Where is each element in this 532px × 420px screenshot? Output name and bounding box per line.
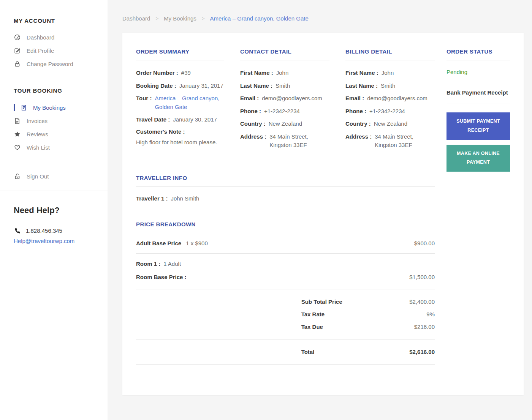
field-label: Tour : xyxy=(136,94,152,111)
page: MY ACCOUNT Dashboard Edit Profile Change… xyxy=(0,0,532,420)
billing-email-row: Email : demo@goodlayers.com xyxy=(345,94,435,103)
booking-date-row: Booking Date : January 31, 2017 xyxy=(136,82,224,90)
sidebar-divider xyxy=(0,162,108,162)
field-label: Room 1 : xyxy=(136,260,160,268)
field-value: #39 xyxy=(181,69,191,77)
unlock-icon xyxy=(14,173,21,180)
field-label: Phone : xyxy=(345,107,366,116)
active-indicator xyxy=(14,104,15,111)
breadcrumb-dashboard[interactable]: Dashboard xyxy=(122,15,150,22)
field-label: First Name : xyxy=(345,69,378,77)
sidebar-item-reviews[interactable]: Reviews xyxy=(14,128,97,141)
field-value: January 30, 2017 xyxy=(173,115,217,124)
field-value: Smith xyxy=(276,82,290,90)
sidebar-item-invoices[interactable]: Invoices xyxy=(14,114,97,128)
billing-address-row: Address : 34 Main Street, Kingston 33EF xyxy=(345,133,435,150)
sidebar-item-label: Edit Profile xyxy=(27,47,54,54)
bank-payment-receipt-label: Bank Payment Receipt xyxy=(446,89,510,104)
totals-block: Sub Total Price $2,400.00 Tax Rate 9% Ta… xyxy=(136,289,435,339)
sidebar-item-my-bookings[interactable]: My Bookings xyxy=(14,101,97,114)
field-label: Address : xyxy=(345,133,372,150)
sidebar-item-label: My Bookings xyxy=(33,104,66,111)
field-value: John xyxy=(382,69,394,77)
make-online-payment-button[interactable]: MAKE AN ONLINE PAYMENT xyxy=(446,145,510,172)
sidebar: MY ACCOUNT Dashboard Edit Profile Change… xyxy=(0,0,108,420)
traveller-info-section: TRAVELLER INFO Traveller 1 : John Smith xyxy=(136,175,435,203)
sidebar-item-wish-list[interactable]: Wish List xyxy=(14,141,97,154)
sidebar-item-label: Sign Out xyxy=(27,173,49,180)
field-label: Travel Date : xyxy=(136,115,170,124)
totals-value: 9% xyxy=(426,311,435,317)
contact-first-name-row: First Name : John xyxy=(240,69,329,77)
field-value: John xyxy=(276,69,289,77)
contact-phone-row: Phone : +1-2342-2234 xyxy=(240,107,329,116)
billing-detail-title: BILLING DETAIL xyxy=(345,48,435,60)
traveller-row: Traveller 1 : John Smith xyxy=(136,194,435,203)
edit-icon xyxy=(14,47,21,54)
bookings-icon xyxy=(20,104,27,111)
contact-detail-section: CONTACT DETAIL First Name : John Last Na… xyxy=(240,48,329,154)
breadcrumb-my-bookings[interactable]: My Bookings xyxy=(164,15,196,22)
submit-payment-receipt-button[interactable]: SUBMIT PAYMENT RECEIPT xyxy=(446,112,510,140)
order-summary-title: ORDER SUMMARY xyxy=(136,48,224,60)
field-value: +1-2342-2234 xyxy=(369,107,405,116)
price-item-detail: 1 x $900 xyxy=(186,240,208,246)
contact-address-row: Address : 34 Main Street, Kingston 33EF xyxy=(240,133,329,150)
tour-link[interactable]: America – Grand canyon, Golden Gate xyxy=(155,94,224,111)
need-help-heading: Need Help? xyxy=(14,205,97,215)
invoice-icon xyxy=(14,118,21,124)
field-value: demo@goodlayers.com xyxy=(367,94,428,103)
price-breakdown-title: PRICE BREAKDOWN xyxy=(136,221,435,233)
tour-row: Tour : America – Grand canyon, Golden Ga… xyxy=(136,94,224,111)
sidebar-item-sign-out[interactable]: Sign Out xyxy=(14,170,97,183)
sidebar-divider xyxy=(0,191,108,191)
room-row: Room 1 : 1 Adult xyxy=(136,260,435,268)
breadcrumb-separator: > xyxy=(155,16,158,21)
totals-value: $2,400.00 xyxy=(409,298,435,305)
contact-last-name-row: Last Name : Smith xyxy=(240,82,329,90)
grand-total-value: $2,616.00 xyxy=(409,349,435,355)
main-content: Dashboard > My Bookings > America – Gran… xyxy=(108,0,532,420)
field-value: January 31, 2017 xyxy=(179,82,223,90)
sidebar-item-label: Change Password xyxy=(27,61,73,67)
breadcrumb-separator: > xyxy=(202,16,205,21)
sidebar-item-label: Wish List xyxy=(27,144,50,151)
field-label: Country : xyxy=(240,120,266,128)
field-label: Phone : xyxy=(240,107,261,116)
star-icon xyxy=(14,131,21,137)
contact-detail-title: CONTACT DETAIL xyxy=(240,48,329,60)
field-label: Last Name : xyxy=(240,82,272,90)
grand-total-row: Total $2,616.00 xyxy=(136,339,435,365)
contact-email-row: Email : demo@goodlayers.com xyxy=(240,94,329,103)
detail-columns: ORDER SUMMARY Order Number : #39 Booking… xyxy=(136,48,435,154)
help-email-link[interactable]: Help@traveltourwp.com xyxy=(14,238,74,244)
lock-icon xyxy=(14,61,21,67)
sidebar-item-change-password[interactable]: Change Password xyxy=(14,57,97,71)
totals-value: $216.00 xyxy=(414,324,435,330)
breadcrumb-current-page: America – Grand canyon, Golden Gate xyxy=(210,15,308,22)
totals-label: Tax Rate xyxy=(301,311,325,317)
price-breakdown-section: PRICE BREAKDOWN Adult Base Price 1 x $90… xyxy=(136,221,435,365)
price-item-label: Adult Base Price xyxy=(136,240,181,246)
sidebar-item-label: Dashboard xyxy=(27,34,54,41)
field-value: 34 Main Street, Kingston 33EF xyxy=(375,133,435,150)
room-block: Room 1 : 1 Adult Room Base Price : $1,50… xyxy=(136,254,435,289)
order-number-row: Order Number : #39 xyxy=(136,69,224,77)
travel-date-row: Travel Date : January 30, 2017 xyxy=(136,115,224,124)
field-value: New Zealand xyxy=(269,120,302,128)
sidebar-item-edit-profile[interactable]: Edit Profile xyxy=(14,44,97,57)
field-value: Smith xyxy=(381,82,395,90)
field-label: Room Base Price : xyxy=(136,273,187,282)
order-status-title: ORDER STATUS xyxy=(446,48,510,60)
field-label: Address : xyxy=(240,133,266,150)
billing-country-row: Country : New Zealand xyxy=(345,120,435,128)
phone-icon xyxy=(14,228,21,234)
field-value: New Zealand xyxy=(374,120,407,128)
field-label: Order Number : xyxy=(136,69,178,77)
need-help-block: Need Help? 1.828.456.345 Help@traveltour… xyxy=(0,205,108,245)
help-phone-number: 1.828.456.345 xyxy=(26,227,62,234)
room-base-price-row: Room Base Price : $1,500.00 xyxy=(136,273,435,282)
order-status-value: Pending xyxy=(446,69,510,75)
sidebar-item-dashboard[interactable]: Dashboard xyxy=(14,31,97,44)
heart-icon xyxy=(14,144,21,151)
